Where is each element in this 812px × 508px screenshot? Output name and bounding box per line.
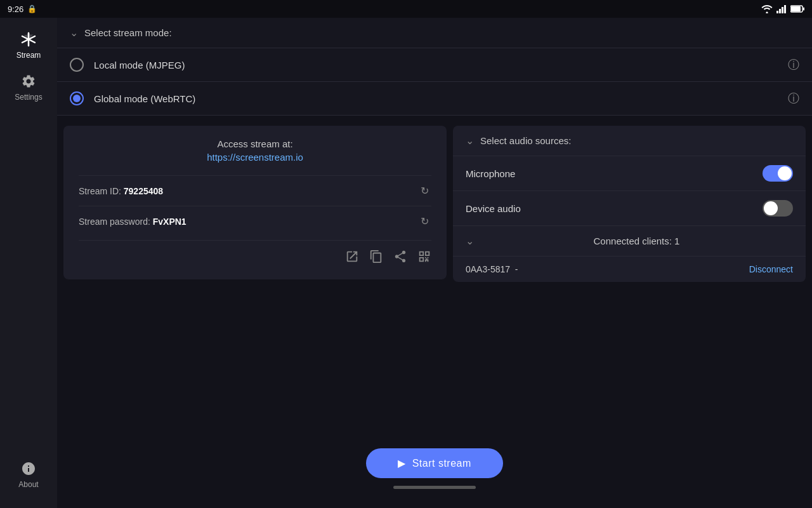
local-mode-row[interactable]: Local mode (MJPEG) ⓘ bbox=[57, 48, 812, 82]
clients-chevron: ⌄ bbox=[466, 235, 474, 247]
connected-clients-header[interactable]: ⌄ Connected clients: 1 bbox=[453, 226, 806, 257]
start-stream-container: ▶ Start stream bbox=[57, 448, 812, 489]
stream-password-row: Stream password: FvXPN1 ↻ bbox=[79, 206, 431, 236]
connected-clients-title: Connected clients: 1 bbox=[480, 236, 793, 246]
stream-password-label: Stream password: bbox=[79, 217, 153, 227]
sidebar-item-settings[interactable]: Settings bbox=[0, 66, 57, 108]
access-title: Access stream at: bbox=[79, 138, 431, 149]
local-mode-label: Local mode (MJPEG) bbox=[94, 60, 782, 70]
global-mode-label: Global mode (WebRTC) bbox=[94, 93, 782, 104]
microphone-toggle-knob bbox=[778, 166, 792, 180]
copy-icon[interactable] bbox=[369, 250, 383, 267]
battery-icon bbox=[790, 5, 804, 13]
action-icons-row bbox=[79, 240, 431, 267]
svg-rect-0 bbox=[776, 11, 778, 13]
microphone-label: Microphone bbox=[466, 168, 763, 179]
status-bar: 9:26 🔒 bbox=[0, 0, 812, 18]
global-mode-help-icon[interactable]: ⓘ bbox=[788, 91, 799, 106]
sidebar-about-label: About bbox=[18, 480, 38, 489]
app-container: Stream Settings About ⌄ Select strea bbox=[0, 18, 812, 508]
start-stream-label: Start stream bbox=[412, 458, 471, 469]
access-panel: Access stream at: https://screenstream.i… bbox=[63, 126, 447, 279]
status-bar-right bbox=[761, 4, 804, 13]
svg-rect-5 bbox=[791, 6, 801, 11]
global-mode-row[interactable]: Global mode (WebRTC) ⓘ bbox=[57, 82, 812, 116]
disconnect-button[interactable]: Disconnect bbox=[749, 264, 793, 274]
stream-id-text: Stream ID: 79225408 bbox=[79, 186, 418, 196]
qr-code-icon[interactable] bbox=[417, 250, 431, 267]
global-mode-radio[interactable] bbox=[70, 91, 84, 105]
sidebar-item-stream[interactable]: Stream bbox=[0, 24, 57, 66]
client-id-value: 0AA3-5817 - bbox=[466, 264, 518, 274]
global-mode-radio-selected bbox=[73, 95, 81, 102]
svg-rect-6 bbox=[803, 8, 804, 11]
client-id: 0AA3-5817 - bbox=[466, 264, 749, 274]
audio-sources-chevron: ⌄ bbox=[466, 135, 474, 147]
signal-icon bbox=[776, 4, 787, 13]
wifi-icon bbox=[761, 4, 773, 13]
sidebar-item-about[interactable]: About bbox=[0, 453, 57, 495]
device-audio-row: Device audio bbox=[453, 191, 806, 226]
svg-rect-3 bbox=[784, 5, 786, 13]
device-audio-label: Device audio bbox=[466, 203, 763, 214]
settings-icon bbox=[20, 72, 37, 90]
sidebar-stream-label: Stream bbox=[16, 51, 41, 60]
stream-id-value: 79225408 bbox=[124, 186, 163, 196]
svg-rect-2 bbox=[782, 7, 783, 13]
microphone-row: Microphone bbox=[453, 156, 806, 191]
share-icon[interactable] bbox=[393, 250, 407, 267]
stream-icon bbox=[20, 30, 37, 48]
stream-id-row: Stream ID: 79225408 ↻ bbox=[79, 175, 431, 206]
local-mode-radio[interactable] bbox=[70, 58, 84, 72]
client-row: 0AA3-5817 - Disconnect bbox=[453, 257, 806, 282]
stream-mode-chevron: ⌄ bbox=[70, 27, 78, 39]
content-area: ⌄ Select stream mode: Local mode (MJPEG)… bbox=[57, 18, 812, 508]
local-mode-help-icon[interactable]: ⓘ bbox=[788, 57, 799, 72]
status-bar-left: 9:26 🔒 bbox=[8, 4, 37, 14]
svg-rect-1 bbox=[779, 9, 781, 13]
play-icon: ▶ bbox=[398, 457, 406, 469]
stream-password-text: Stream password: FvXPN1 bbox=[79, 217, 418, 227]
device-audio-toggle-knob bbox=[764, 201, 778, 215]
stream-password-refresh-button[interactable]: ↻ bbox=[418, 213, 431, 230]
access-link[interactable]: https://screenstream.io bbox=[79, 152, 431, 163]
sidebar: Stream Settings About bbox=[0, 18, 57, 508]
stream-id-label: Stream ID: bbox=[79, 186, 124, 196]
audio-sources-title: Select audio sources: bbox=[480, 135, 571, 146]
stream-password-value: FvXPN1 bbox=[153, 217, 187, 227]
start-stream-button[interactable]: ▶ Start stream bbox=[366, 448, 503, 478]
status-time: 9:26 bbox=[8, 4, 23, 14]
vpn-icon: 🔒 bbox=[27, 4, 37, 13]
audio-sources-header[interactable]: ⌄ Select audio sources: bbox=[453, 126, 806, 156]
stream-mode-title: Select stream mode: bbox=[84, 27, 172, 38]
device-audio-toggle[interactable] bbox=[763, 200, 793, 217]
about-icon bbox=[20, 460, 37, 478]
microphone-toggle[interactable] bbox=[763, 165, 793, 182]
sidebar-settings-label: Settings bbox=[15, 93, 42, 102]
open-browser-icon[interactable] bbox=[345, 250, 359, 267]
stream-id-refresh-button[interactable]: ↻ bbox=[418, 182, 431, 199]
nav-handle bbox=[393, 486, 476, 489]
stream-mode-header[interactable]: ⌄ Select stream mode: bbox=[57, 18, 812, 48]
right-panel: ⌄ Select audio sources: Microphone Devic… bbox=[453, 126, 806, 282]
